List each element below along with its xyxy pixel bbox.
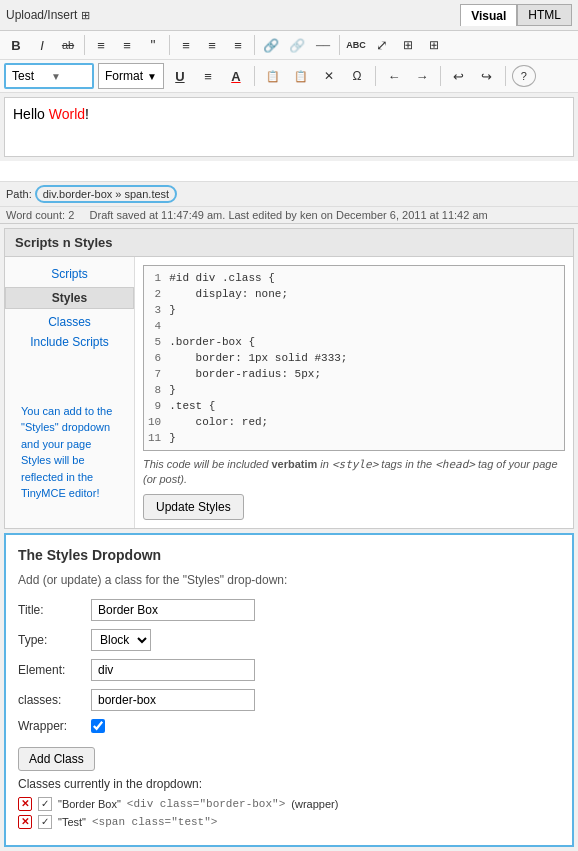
align-justify-button[interactable]: ≡ xyxy=(196,65,220,87)
sns-header: Scripts n Styles xyxy=(5,229,573,257)
update-styles-button[interactable]: Update Styles xyxy=(143,494,244,520)
sidebar-left-note: You can add to the "Styles" dropdown and… xyxy=(13,395,126,510)
sidebar-styles-active[interactable]: Styles xyxy=(5,287,134,309)
editor-content-end: ! xyxy=(85,106,89,122)
view-toggle: Visual HTML xyxy=(460,4,572,26)
paste-text-button[interactable]: 📋 xyxy=(261,65,285,87)
unordered-list-button[interactable]: ≡ xyxy=(89,34,113,56)
separator-3 xyxy=(254,35,255,55)
popup-desc: Add (or update) a class for the "Styles"… xyxy=(18,573,560,587)
title-label: Title: xyxy=(18,603,83,617)
sidebar-classes-link[interactable]: Classes xyxy=(48,315,91,329)
bold-button[interactable]: B xyxy=(4,34,28,56)
sidebar-include-scripts-link[interactable]: Include Scripts xyxy=(30,335,109,349)
toolbar-row-1: B I ab ≡ ≡ " ≡ ≡ ≡ 🔗 🔗 ── ABC ⤢ ⊞ ⊞ xyxy=(0,31,578,60)
separator-4 xyxy=(339,35,340,55)
path-bar: Path: div.border-box » span.test xyxy=(0,181,578,206)
separator-2 xyxy=(169,35,170,55)
unlink-button[interactable]: 🔗 xyxy=(285,34,309,56)
ordered-list-button[interactable]: ≡ xyxy=(115,34,139,56)
insert-more-button[interactable]: ── xyxy=(311,34,335,56)
sidebar-scripts-link[interactable]: Scripts xyxy=(51,267,88,281)
separator-8 xyxy=(505,66,506,86)
editor-content-normal: Hello xyxy=(13,106,49,122)
separator-7 xyxy=(440,66,441,86)
html-view-button[interactable]: HTML xyxy=(517,4,572,26)
wrapper-label: Wrapper: xyxy=(18,719,83,733)
align-right-button[interactable]: ≡ xyxy=(226,34,250,56)
separator-1 xyxy=(84,35,85,55)
test-name: "Test" xyxy=(58,816,86,828)
upload-insert-label: Upload/Insert xyxy=(6,8,77,22)
special-char-button[interactable]: Ω xyxy=(345,65,369,87)
remove-border-box-button[interactable]: ✕ xyxy=(18,797,32,811)
editor-spacer xyxy=(0,161,578,181)
visual-view-button[interactable]: Visual xyxy=(460,4,517,26)
sns-sidebar: Scripts Styles Classes Include Scripts Y… xyxy=(5,257,135,528)
element-input[interactable] xyxy=(91,659,255,681)
classes-in-dropdown-title: Classes currently in the dropdown: xyxy=(18,777,560,791)
styles-dropdown-popup: The Styles Dropdown Add (or update) a cl… xyxy=(4,533,574,847)
class-item-border-box: ✕ ✓ "Border Box" <div class="border-box"… xyxy=(18,797,560,811)
separator-5 xyxy=(254,66,255,86)
indent-button[interactable]: → xyxy=(410,65,434,87)
sns-body: Scripts Styles Classes Include Scripts Y… xyxy=(5,257,573,528)
paste-word-button[interactable]: 📋 xyxy=(289,65,313,87)
upload-icon: ⊞ xyxy=(81,9,90,22)
type-select-wrap: Block xyxy=(91,629,151,651)
classes-label: classes: xyxy=(18,693,83,707)
code-content[interactable]: #id div .class { display: none; } .borde… xyxy=(169,270,560,446)
classes-input[interactable] xyxy=(91,689,255,711)
show-hide-button[interactable]: ⊞ xyxy=(396,34,420,56)
outdent-button[interactable]: ← xyxy=(382,65,406,87)
word-count-value: 2 xyxy=(68,209,74,221)
italic-button[interactable]: I xyxy=(30,34,54,56)
blockquote-button[interactable]: " xyxy=(141,34,165,56)
align-left-button[interactable]: ≡ xyxy=(174,34,198,56)
word-count-label: Word count: xyxy=(6,209,65,221)
format-select[interactable]: Format ▼ xyxy=(98,63,164,89)
type-select[interactable]: Block xyxy=(91,629,151,651)
form-row-type: Type: Block xyxy=(18,629,560,651)
form-row-element: Element: xyxy=(18,659,560,681)
editor-area[interactable]: Hello World! xyxy=(4,97,574,157)
test-code: <span class="test"> xyxy=(92,816,217,828)
align-center-button[interactable]: ≡ xyxy=(200,34,224,56)
strikethrough-button[interactable]: ab xyxy=(56,34,80,56)
wrapper-checkbox[interactable] xyxy=(91,719,105,733)
help-button[interactable]: ? xyxy=(512,65,536,87)
path-value: div.border-box » span.test xyxy=(35,185,177,203)
fullscreen-button[interactable]: ⤢ xyxy=(370,34,394,56)
remove-test-button[interactable]: ✕ xyxy=(18,815,32,829)
remove-format-button[interactable]: ✕ xyxy=(317,65,341,87)
table-button[interactable]: ⊞ xyxy=(422,34,446,56)
form-row-title: Title: xyxy=(18,599,560,621)
redo-button[interactable]: ↪ xyxy=(475,65,499,87)
undo-button[interactable]: ↩ xyxy=(447,65,471,87)
test-check-icon: ✓ xyxy=(38,815,52,829)
font-color-button[interactable]: A xyxy=(224,65,248,87)
style-select[interactable]: Test ▼ xyxy=(4,63,94,89)
border-box-check-icon: ✓ xyxy=(38,797,52,811)
link-button[interactable]: 🔗 xyxy=(259,34,283,56)
border-box-wrapper-label: (wrapper) xyxy=(291,798,338,810)
editor-content-world: World xyxy=(49,106,85,122)
sns-panel: Scripts n Styles Scripts Styles Classes … xyxy=(4,228,574,529)
form-row-wrapper: Wrapper: xyxy=(18,719,560,733)
add-class-button[interactable]: Add Class xyxy=(18,747,95,771)
path-label: Path: xyxy=(6,188,32,200)
border-box-name: "Border Box" xyxy=(58,798,121,810)
style-select-arrow: ▼ xyxy=(51,71,86,82)
class-item-test: ✕ ✓ "Test" <span class="test"> xyxy=(18,815,560,829)
type-label: Type: xyxy=(18,633,83,647)
sns-main-content: 12345 67891011 #id div .class { display:… xyxy=(135,257,573,528)
toolbar-row-2: Test ▼ Format ▼ U ≡ A 📋 📋 ✕ Ω ← → ↩ ↪ ? xyxy=(0,60,578,93)
spellcheck-button[interactable]: ABC xyxy=(344,34,368,56)
code-editor[interactable]: 12345 67891011 #id div .class { display:… xyxy=(143,265,565,451)
element-label: Element: xyxy=(18,663,83,677)
underline-button[interactable]: U xyxy=(168,65,192,87)
draft-status: Draft saved at 11:47:49 am. Last edited … xyxy=(90,209,488,221)
title-input[interactable] xyxy=(91,599,255,621)
line-numbers: 12345 67891011 xyxy=(148,270,169,446)
border-box-code: <div class="border-box"> xyxy=(127,798,285,810)
